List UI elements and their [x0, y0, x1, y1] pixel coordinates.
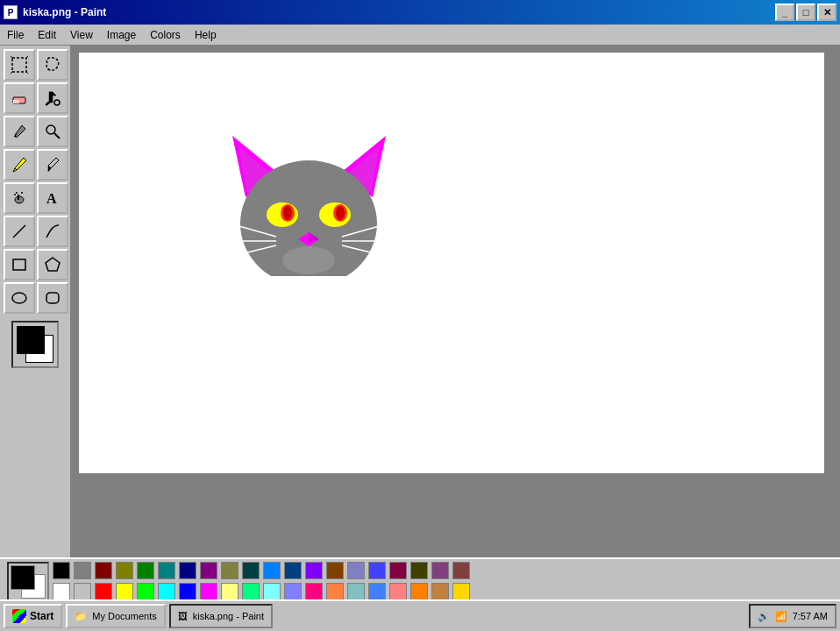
swatch-18[interactable]	[431, 562, 449, 579]
tool-ellipse[interactable]	[4, 282, 35, 314]
swatch-39[interactable]	[452, 583, 470, 600]
clock-time: 7:57 AM	[793, 611, 828, 621]
taskbar-paint[interactable]: 🖼 kiska.png - Paint	[169, 604, 273, 628]
swatch-12[interactable]	[305, 562, 323, 579]
menu-edit[interactable]: Edit	[31, 25, 63, 45]
tool-text[interactable]: A	[37, 182, 68, 214]
cat-drawing	[228, 127, 390, 276]
tool-pencil[interactable]	[4, 149, 35, 181]
tool-line[interactable]	[4, 216, 35, 247]
svg-rect-0	[12, 58, 26, 72]
foreground-color-box[interactable]	[17, 326, 45, 354]
menu-image[interactable]: Image	[100, 25, 143, 45]
current-foreground-color[interactable]	[11, 565, 35, 590]
clock-area: 🔊 📶 7:57 AM	[749, 604, 836, 628]
swatch-25[interactable]	[158, 583, 175, 600]
start-button[interactable]: Start	[4, 604, 62, 628]
maximize-button[interactable]: □	[796, 4, 815, 21]
svg-text:A: A	[46, 191, 57, 206]
swatch-13[interactable]	[326, 562, 344, 579]
swatch-4[interactable]	[137, 562, 154, 579]
swatch-14[interactable]	[347, 562, 365, 579]
minimize-button[interactable]: _	[775, 4, 794, 21]
tool-rect[interactable]	[4, 249, 35, 280]
tray-icon-network: 📶	[775, 611, 787, 622]
svg-point-14	[14, 194, 16, 195]
taskbar-my-documents[interactable]: 📁 My Documents	[66, 604, 165, 628]
swatch-31[interactable]	[284, 583, 302, 600]
swatch-38[interactable]	[431, 583, 449, 600]
swatch-22[interactable]	[95, 583, 112, 600]
tool-polygon[interactable]	[37, 249, 68, 280]
swatch-36[interactable]	[389, 583, 407, 600]
taskbar-right: 🔊 📶 7:57 AM	[749, 604, 836, 628]
swatch-29[interactable]	[242, 583, 260, 600]
swatch-11[interactable]	[284, 562, 302, 579]
tool-fill[interactable]	[37, 82, 68, 114]
swatch-21[interactable]	[74, 583, 91, 600]
swatch-2[interactable]	[95, 562, 112, 579]
taskbar: Start 📁 My Documents 🖼 kiska.png - Paint…	[0, 599, 840, 631]
svg-point-21	[12, 293, 26, 303]
svg-line-18	[13, 225, 25, 238]
swatch-33[interactable]	[326, 583, 344, 600]
menu-file[interactable]: File	[0, 25, 31, 45]
tool-rounded-rect[interactable]	[37, 282, 68, 314]
svg-rect-6	[13, 100, 19, 103]
swatch-1[interactable]	[74, 562, 91, 579]
menu-colors[interactable]: Colors	[143, 25, 188, 45]
title-buttons: _ □ ✕	[775, 4, 836, 21]
paint-label: kiska.png - Paint	[193, 611, 264, 621]
swatch-6[interactable]	[179, 562, 196, 579]
canvas-area[interactable]	[72, 46, 840, 557]
swatch-16[interactable]	[389, 562, 407, 579]
swatch-8[interactable]	[221, 562, 238, 579]
swatch-19[interactable]	[452, 562, 470, 579]
swatch-32[interactable]	[305, 583, 323, 600]
app-icon: P	[4, 5, 18, 19]
menu-help[interactable]: Help	[188, 25, 224, 45]
tool-curve[interactable]	[37, 216, 68, 247]
swatch-34[interactable]	[347, 583, 365, 600]
title-text: kiska.png - Paint	[23, 6, 106, 18]
swatch-5[interactable]	[158, 562, 175, 579]
swatch-37[interactable]	[410, 583, 428, 600]
toolbox: A	[0, 46, 72, 557]
swatch-35[interactable]	[368, 583, 386, 600]
title-bar: P kiska.png - Paint _ □ ✕	[0, 0, 840, 25]
tool-select-free[interactable]	[37, 49, 68, 81]
swatch-28[interactable]	[221, 583, 238, 600]
tool-magnifier[interactable]	[37, 116, 68, 147]
svg-point-42	[282, 246, 335, 274]
close-button[interactable]: ✕	[817, 4, 836, 21]
swatch-23[interactable]	[116, 583, 133, 600]
swatch-26[interactable]	[179, 583, 196, 600]
tool-select-rect[interactable]	[4, 49, 35, 81]
tool-eyedropper[interactable]	[4, 116, 35, 147]
swatch-9[interactable]	[242, 562, 260, 579]
title-left: P kiska.png - Paint	[4, 5, 106, 19]
tool-airbrush[interactable]	[4, 182, 35, 214]
swatch-24[interactable]	[137, 583, 154, 600]
swatch-10[interactable]	[263, 562, 281, 579]
menu-view[interactable]: View	[63, 25, 100, 45]
paint-canvas[interactable]	[79, 53, 824, 473]
svg-rect-22	[46, 293, 59, 303]
main-area: A	[0, 46, 840, 557]
swatch-0[interactable]	[53, 562, 70, 579]
swatch-15[interactable]	[368, 562, 386, 579]
svg-point-33	[336, 206, 345, 220]
swatch-3[interactable]	[116, 562, 133, 579]
swatch-17[interactable]	[410, 562, 428, 579]
start-icon	[12, 609, 26, 623]
tool-brush[interactable]	[37, 149, 68, 181]
svg-point-16	[21, 192, 23, 194]
swatch-20[interactable]	[53, 583, 70, 600]
swatch-7[interactable]	[200, 562, 217, 579]
tool-eraser[interactable]	[4, 82, 35, 114]
swatch-27[interactable]	[200, 583, 217, 600]
current-colors	[7, 562, 49, 602]
svg-line-11	[54, 133, 60, 138]
swatch-30[interactable]	[263, 583, 281, 600]
color-preview	[11, 321, 59, 368]
